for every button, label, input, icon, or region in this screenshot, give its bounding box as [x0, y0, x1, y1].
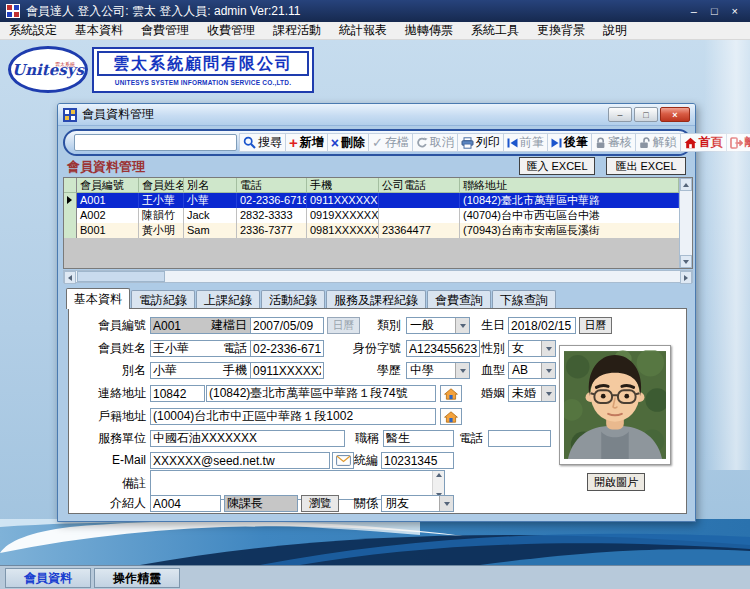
work-phone-field[interactable] — [488, 430, 551, 447]
taskbar-item-member-data[interactable]: 會員資料 — [5, 568, 91, 588]
tab-downline-inquiry[interactable]: 下線查詢 — [492, 290, 556, 309]
table-row[interactable]: A001 王小華 小華 02-2336-6718 0911XXXXXX (108… — [64, 193, 692, 208]
previous-record-button[interactable]: 前筆 — [503, 133, 548, 152]
email-field[interactable] — [150, 452, 330, 469]
scrollbar-thumb[interactable] — [77, 271, 165, 282]
referrer-code-field[interactable] — [150, 495, 221, 512]
col-member-id: 會員編號 — [77, 178, 139, 193]
company-name-box: 雲太系統顧問有限公司 UNITESYS SYSTEM INFORMATION S… — [92, 47, 314, 93]
tab-class-records[interactable]: 上課紀錄 — [196, 290, 260, 309]
category-label: 類別 — [339, 317, 401, 334]
menu-item-system-settings[interactable]: 系統設定 — [0, 22, 66, 39]
maximize-icon[interactable]: □ — [711, 0, 718, 22]
table-row[interactable]: B001 黃小明 Sam 2336-7377 0981XXXXXX 233644… — [64, 223, 692, 238]
referrer-name-field[interactable] — [224, 495, 298, 512]
member-photo — [559, 345, 671, 465]
menu-item-help[interactable]: 說明 — [594, 22, 636, 39]
search-button[interactable]: 搜尋 — [239, 133, 286, 152]
menu-item-course-activity[interactable]: 課程活動 — [264, 22, 330, 39]
print-button[interactable]: 列印 — [457, 133, 504, 152]
scroll-up-icon[interactable] — [680, 178, 692, 191]
col-alias: 別名 — [184, 178, 237, 193]
education-dropdown[interactable]: 中學 — [406, 362, 470, 379]
col-phone: 電話 — [237, 178, 307, 193]
menu-bar: 系統設定 基本資料 會費管理 收費管理 課程活動 統計報表 拋轉傳票 系統工具 … — [0, 22, 750, 40]
detail-tabs: 基本資料 電訪紀錄 上課紀錄 活動紀錄 服務及課程紀錄 會費查詢 下線查詢 — [66, 288, 557, 309]
scroll-down-icon[interactable] — [680, 255, 692, 268]
menu-item-basic-data[interactable]: 基本資料 — [66, 22, 132, 39]
registered-address-field[interactable] — [150, 408, 436, 425]
add-button[interactable]: + 新增 — [285, 133, 328, 152]
save-button[interactable]: ✓ 存檔 — [368, 133, 413, 152]
next-record-button[interactable]: 後筆 — [547, 133, 592, 152]
printer-icon — [461, 137, 474, 149]
unlock-button[interactable]: 解鎖 — [635, 133, 681, 152]
menu-item-charge-mgmt[interactable]: 收費管理 — [198, 22, 264, 39]
chevron-down-icon[interactable] — [439, 496, 453, 511]
referrer-label: 介紹人 — [69, 495, 146, 512]
gender-dropdown[interactable]: 女 — [508, 340, 556, 357]
phone-field[interactable] — [250, 340, 324, 357]
tab-fee-inquiry[interactable]: 會費查詢 — [427, 290, 491, 309]
contact-address-lookup-button[interactable] — [440, 385, 462, 402]
cancel-button[interactable]: 取消 — [412, 133, 458, 152]
lock-icon — [595, 137, 606, 149]
mobile-label: 手機 — [187, 362, 247, 379]
browse-button[interactable]: 瀏覽 — [301, 495, 339, 512]
tab-service-course-records[interactable]: 服務及課程紀錄 — [326, 290, 426, 309]
close-icon[interactable]: × — [732, 0, 738, 22]
import-excel-button[interactable]: 匯入 EXCEL — [519, 157, 595, 175]
marriage-dropdown[interactable]: 未婚 — [508, 385, 556, 402]
tab-basic-data[interactable]: 基本資料 — [66, 288, 130, 309]
birthday-field[interactable] — [508, 317, 576, 334]
export-excel-button[interactable]: 匯出 EXCEL — [606, 157, 686, 175]
table-row[interactable]: A002 陳韻竹 Jack 2832-3333 0919XXXXXX (4070… — [64, 208, 692, 223]
search-icon — [243, 136, 256, 149]
plus-icon: + — [289, 137, 298, 149]
taskbar-item-wizard[interactable]: 操作精靈 — [94, 568, 180, 588]
audit-button[interactable]: 審核 — [591, 133, 636, 152]
chevron-down-icon[interactable] — [541, 386, 555, 401]
delete-button[interactable]: × 刪除 — [327, 133, 369, 152]
created-date-field[interactable] — [250, 317, 324, 334]
basic-data-panel: 會員編號 建檔日 日曆 類別 一般 生日 日曆 會員姓名 電話 身份字號 — [68, 308, 687, 514]
company-logo: Unitesys 雲太系統 — [8, 46, 88, 93]
tab-call-records[interactable]: 電訪紀錄 — [131, 290, 195, 309]
section-title: 會員資料管理 — [67, 158, 145, 176]
scroll-up-icon[interactable] — [436, 473, 442, 477]
scroll-left-icon[interactable] — [64, 271, 76, 284]
contact-address-field[interactable] — [206, 385, 436, 402]
menu-item-membership-fee[interactable]: 會費管理 — [132, 22, 198, 39]
menu-item-change-background[interactable]: 更換背景 — [528, 22, 594, 39]
blood-type-dropdown[interactable]: AB — [508, 362, 556, 379]
job-title-label: 職稱 — [337, 430, 379, 447]
close-icon[interactable]: × — [660, 107, 690, 122]
member-window-icon — [63, 108, 77, 122]
tax-id-field[interactable] — [381, 452, 454, 469]
relation-dropdown[interactable]: 朋友 — [381, 495, 454, 512]
member-window-titlebar: 會員資料管理 – □ × — [58, 104, 695, 126]
maximize-icon[interactable]: □ — [634, 107, 658, 122]
tab-activity-records[interactable]: 活動紀錄 — [261, 290, 325, 309]
chevron-down-icon[interactable] — [541, 341, 555, 356]
mobile-field[interactable] — [250, 362, 324, 379]
registered-address-label: 戶籍地址 — [69, 408, 146, 425]
menu-item-reports[interactable]: 統計報表 — [330, 22, 396, 39]
job-title-field[interactable] — [383, 430, 454, 447]
scroll-right-icon[interactable] — [680, 271, 692, 284]
minimize-icon[interactable]: – — [608, 107, 632, 122]
bottom-taskbar: 會員資料 操作精靈 — [0, 565, 750, 589]
employer-field[interactable] — [150, 430, 345, 447]
category-dropdown[interactable]: 一般 — [406, 317, 470, 334]
horizontal-scrollbar[interactable] — [63, 270, 693, 283]
registered-address-lookup-button[interactable] — [440, 408, 462, 425]
search-input[interactable] — [74, 134, 237, 151]
open-image-button[interactable]: 開啟圖片 — [587, 473, 645, 491]
vertical-scrollbar[interactable] — [679, 178, 692, 268]
menu-item-voucher[interactable]: 拋轉傳票 — [396, 22, 462, 39]
contact-zip-field[interactable] — [150, 385, 205, 402]
minimize-icon[interactable]: – — [691, 0, 697, 22]
birthday-calendar-button[interactable]: 日曆 — [579, 317, 612, 334]
chevron-down-icon[interactable] — [541, 363, 555, 378]
menu-item-system-tools[interactable]: 系統工具 — [462, 22, 528, 39]
